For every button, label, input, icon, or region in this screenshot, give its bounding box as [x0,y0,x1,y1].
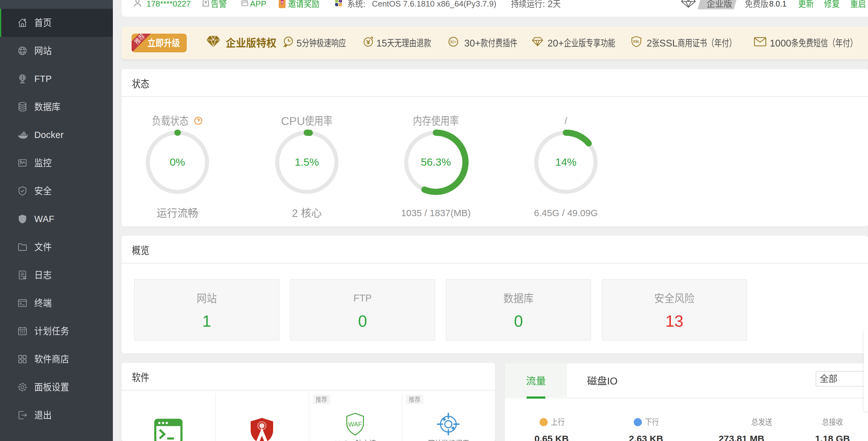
svg-text:APP: APP [242,1,247,4]
svg-text:SSL: SSL [633,39,640,43]
svg-text:¥: ¥ [281,1,283,4]
svg-text:WAF: WAF [348,421,362,428]
svg-text:30+: 30+ [450,39,457,44]
